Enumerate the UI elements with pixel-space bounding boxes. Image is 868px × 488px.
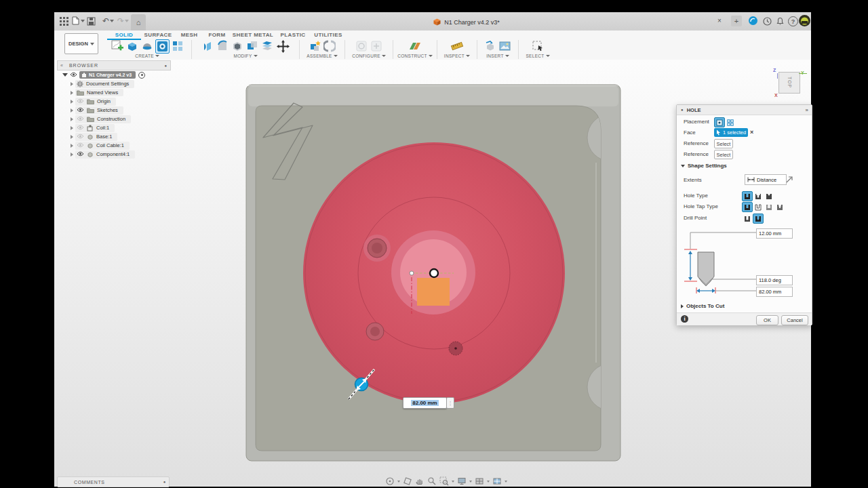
browser-item-origin[interactable]: Origin	[71, 97, 116, 106]
insert-derive-icon[interactable]	[484, 40, 497, 53]
drill-angle-input[interactable]: 118.0 deg	[756, 275, 793, 285]
measure-icon[interactable]	[450, 39, 465, 53]
expander-open-icon[interactable]	[62, 73, 68, 77]
reference2-select-button[interactable]: Select	[714, 150, 733, 159]
info-icon[interactable]: i	[681, 315, 688, 323]
cancel-button[interactable]: Cancel	[781, 315, 808, 325]
inspect-menu[interactable]: INSPECT	[444, 54, 470, 58]
browser-item-component4[interactable]: Component4:1	[71, 150, 135, 159]
shape-settings-section[interactable]: Shape Settings	[681, 163, 727, 169]
dialog-more-icon[interactable]: »	[806, 107, 808, 113]
joint-icon[interactable]	[323, 39, 336, 53]
ok-button[interactable]: OK	[756, 315, 778, 325]
panel-grip-icon[interactable]: ●	[164, 64, 167, 68]
new-component-icon[interactable]	[309, 39, 322, 53]
placement-multiple-button[interactable]	[725, 117, 736, 127]
pan-hand-icon[interactable]	[415, 476, 425, 486]
visibility-eye-icon[interactable]	[77, 142, 84, 149]
visibility-eye-icon[interactable]	[77, 151, 84, 158]
hole-center-point[interactable]	[430, 269, 438, 277]
press-pull-icon[interactable]	[201, 39, 214, 53]
document-tab[interactable]: N1 Charger v4.2 v3*	[392, 15, 541, 29]
offset-face-icon[interactable]	[260, 39, 274, 53]
extents-dropdown[interactable]: Distance	[745, 174, 787, 185]
configure-menu[interactable]: CONFIGURE	[352, 54, 386, 58]
browser-root-row[interactable]: N1 Charger v4.2 v3	[62, 70, 145, 79]
collapse-panel-icon[interactable]: «	[60, 63, 64, 68]
browser-item-base[interactable]: Base:1	[71, 132, 117, 141]
face-selection-chip[interactable]: 1 selected	[714, 128, 748, 137]
notifications-bell-icon[interactable]	[776, 16, 785, 28]
tap-type-simple-button[interactable]	[742, 202, 753, 212]
move-icon[interactable]	[275, 39, 291, 54]
display-settings-icon[interactable]	[457, 476, 467, 486]
close-tab-icon[interactable]: ×	[717, 17, 722, 24]
new-tab-button[interactable]: +	[731, 16, 742, 26]
save-button[interactable]	[87, 16, 96, 28]
app-launcher-icon[interactable]	[60, 16, 68, 28]
shell-icon[interactable]	[231, 39, 244, 53]
browser-item-sketches[interactable]: Sketches	[71, 106, 123, 115]
clear-selection-icon[interactable]: ×	[750, 129, 753, 136]
grid-caret-icon[interactable]	[487, 481, 490, 483]
visibility-eye-icon[interactable]	[70, 72, 77, 79]
tap-type-taper-button[interactable]	[774, 202, 785, 212]
drill-point-angle-button[interactable]	[753, 214, 764, 224]
tap-type-tapped-button[interactable]	[764, 202, 774, 212]
display-caret-icon[interactable]	[469, 481, 472, 483]
extrude-icon[interactable]	[125, 39, 139, 53]
job-status-icon[interactable]	[763, 16, 772, 28]
workspace-switcher[interactable]: DESIGN	[64, 33, 98, 54]
insert-menu[interactable]: INSERT	[486, 54, 509, 58]
create-sketch-icon[interactable]	[111, 39, 124, 53]
objects-to-cut-section[interactable]: Objects To Cut	[681, 303, 724, 309]
browser-header[interactable]: « BROWSER ●	[57, 60, 171, 70]
help-icon[interactable]: ?	[788, 16, 798, 26]
assemble-menu[interactable]: ASSEMBLE	[307, 54, 337, 58]
orbit-caret-icon[interactable]	[397, 481, 400, 483]
comments-panel[interactable]: COMMENTS ●	[57, 476, 170, 487]
browser-item-construction[interactable]: Construction	[71, 115, 131, 123]
viewcube-top-face[interactable]: TOP	[787, 77, 792, 88]
grid-layout-icon[interactable]	[475, 476, 484, 486]
hole-type-countersink-button[interactable]	[764, 191, 774, 201]
visibility-eye-icon[interactable]	[77, 134, 84, 140]
construction-plane-icon[interactable]	[408, 39, 422, 53]
home-button[interactable]: ⌂	[131, 14, 146, 30]
create-menu[interactable]: CREATE	[135, 54, 159, 58]
redo-caret-icon[interactable]	[125, 20, 129, 22]
select-icon[interactable]	[531, 39, 545, 53]
construct-menu[interactable]: CONSTRUCT	[397, 54, 433, 58]
panel-grip-icon[interactable]: ●	[163, 480, 166, 484]
drill-point-flat-button[interactable]	[742, 214, 753, 224]
dimension-grip-icon[interactable]: ⋮	[446, 397, 454, 409]
flip-direction-icon[interactable]	[786, 176, 793, 183]
browser-item-coil-cable[interactable]: Coil Cable:1	[71, 141, 130, 150]
extensions-icon[interactable]	[749, 16, 757, 25]
hole-dialog-header[interactable]: ● HOLE »	[677, 105, 812, 115]
diameter-dimension-input[interactable]: 82.00 mm	[403, 397, 447, 409]
hole-diameter-input[interactable]: 82.00 mm	[756, 287, 793, 297]
viewports-caret-icon[interactable]	[505, 481, 507, 483]
avatar[interactable]	[799, 15, 810, 26]
hole-tool-active[interactable]	[155, 39, 170, 54]
hole-type-counterbore-button[interactable]	[753, 191, 764, 201]
visibility-eye-icon[interactable]	[77, 107, 84, 114]
canvas-image-icon[interactable]	[498, 40, 511, 53]
browser-item-document-settings[interactable]: Document Settings	[71, 79, 134, 88]
viewcube[interactable]: TOP	[778, 72, 800, 94]
pattern-icon[interactable]	[171, 39, 184, 53]
viewports-icon[interactable]	[492, 476, 502, 486]
hole-type-simple-button[interactable]	[742, 191, 753, 201]
undo-caret-icon[interactable]	[110, 20, 114, 22]
reference1-select-button[interactable]: Select	[714, 139, 733, 148]
hole-depth-input[interactable]: 12.00 mm	[756, 228, 793, 239]
visibility-eye-icon[interactable]	[77, 116, 84, 123]
select-menu[interactable]: SELECT	[526, 54, 549, 58]
browser-item-named-views[interactable]: Named Views	[71, 88, 123, 97]
placement-single-button[interactable]	[714, 117, 725, 127]
visibility-eye-icon[interactable]	[77, 98, 84, 105]
root-component-chip[interactable]: N1 Charger v4.2 v3	[79, 71, 136, 79]
tap-type-clearance-button[interactable]	[753, 202, 764, 212]
activate-radio-icon[interactable]	[138, 72, 145, 79]
